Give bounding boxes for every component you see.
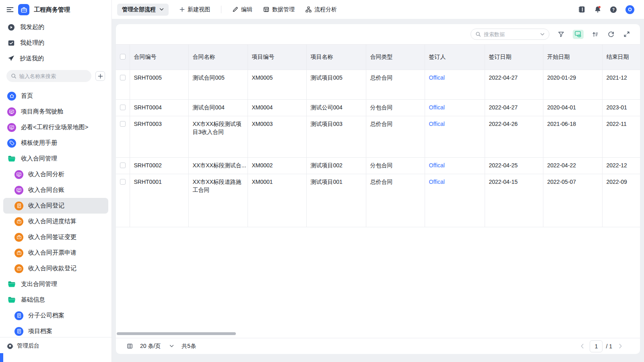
select-all-checkbox[interactable] — [120, 54, 126, 60]
flow-selector-button[interactable]: 管理全部流程 — [117, 4, 169, 16]
filter-icon[interactable] — [557, 30, 565, 39]
chevron-down-icon[interactable] — [169, 345, 174, 348]
topbar-action-4[interactable]: 流程分析 — [305, 6, 337, 13]
signer-link[interactable]: Offical — [429, 104, 445, 111]
dashboard-icon — [7, 123, 16, 132]
sidebar-quick-item[interactable]: 我发起的 — [0, 19, 111, 35]
add-app-button[interactable] — [95, 71, 105, 81]
dashboard-icon — [14, 170, 23, 179]
cell-project-no: XM0003 — [248, 116, 306, 158]
fullscreen-icon[interactable] — [623, 30, 631, 39]
play-icon — [8, 24, 15, 31]
bottom-left-accent — [0, 353, 3, 362]
cell-project-name: 测试项目003 — [306, 116, 366, 158]
sidebar-item[interactable]: 首页 — [3, 88, 108, 104]
search-icon — [475, 31, 481, 37]
cell-start-date: 2022-05-07 — [543, 174, 602, 227]
sidebar-item[interactable]: 分子公司档案 — [3, 308, 108, 323]
gear-icon — [7, 343, 13, 349]
row-checkbox[interactable] — [120, 179, 126, 185]
sidebar-item[interactable]: 支出合同管理 — [3, 276, 108, 292]
horizontal-scrollbar[interactable] — [117, 332, 236, 335]
current-page-input[interactable]: 1 — [590, 340, 603, 352]
admin-backend-button[interactable]: 管理后台 — [0, 337, 111, 354]
cell-contract-no: SRHT0004 — [130, 100, 188, 116]
column-header-start-date[interactable]: 开始日期 — [543, 45, 602, 70]
sidebar-item-label: 收入合同收款登记 — [28, 265, 76, 272]
sidebar-header: 工程商务管理 — [0, 0, 111, 19]
sidebar-quick-item[interactable]: 我处理的 — [0, 35, 111, 51]
cell-end-date: 2022-09 — [602, 174, 640, 227]
column-header-contract-no[interactable]: 合同编号 — [130, 45, 188, 70]
cell-sign-date: 2022-04-15 — [485, 174, 543, 227]
sidebar-item[interactable]: 收入合同登记 — [3, 198, 108, 214]
sidebar-item[interactable]: 收入合同分析 — [3, 167, 108, 182]
column-header-contract-name[interactable]: 合同名称 — [188, 45, 248, 70]
cell-contract-type: 分包合同 — [366, 158, 425, 174]
page-size-selector[interactable]: 20 条/页 — [140, 343, 161, 350]
cell-project-name: 测试公司004 — [306, 100, 366, 116]
sidebar-item[interactable]: 收入合同签证变更 — [3, 229, 108, 245]
column-header-project-name[interactable]: 项目名称 — [306, 45, 366, 70]
sidebar-item[interactable]: 模板使用手册 — [3, 135, 108, 151]
table-search-input[interactable] — [484, 31, 537, 37]
row-select-cell — [116, 70, 130, 100]
sidebar-item[interactable]: 收入合同开票申请 — [3, 245, 108, 261]
refresh-icon[interactable] — [607, 30, 615, 39]
next-page-button[interactable] — [619, 343, 622, 349]
row-checkbox[interactable] — [120, 121, 126, 127]
signer-link[interactable]: Offical — [429, 121, 445, 127]
signer-link[interactable]: Offical — [429, 179, 445, 185]
cell-sign-date: 2022-04-26 — [485, 116, 543, 158]
topbar-action-label: 新建视图 — [188, 6, 210, 13]
cell-contract-name: XX市XX标段道路施工合同 — [188, 174, 248, 227]
sidebar: 工程商务管理 我发起的我处理的抄送我的 首页项目商务驾驶舱必看<工程行业场景地图… — [0, 0, 112, 362]
select-all-cell — [116, 45, 130, 70]
row-checkbox[interactable] — [120, 75, 126, 80]
bell-icon[interactable] — [594, 6, 601, 13]
admin-backend-label: 管理后台 — [17, 342, 39, 350]
row-checkbox[interactable] — [120, 105, 126, 110]
sidebar-item-label: 项目档案 — [28, 327, 52, 335]
column-header-signer[interactable]: 签订人 — [425, 45, 485, 70]
table-row: SRHT0003XX市XX标段测试项目3收入合同XM0003测试项目003总价合… — [116, 116, 640, 158]
page-indicator: / 1 — [606, 343, 612, 350]
sidebar-quick-item[interactable]: 抄送我的 — [0, 51, 111, 66]
topbar-action-3[interactable]: 数据管理 — [263, 6, 295, 13]
table-search-box[interactable] — [471, 29, 549, 40]
sidebar-search-row — [0, 66, 111, 86]
sidebar-item[interactable]: 收入合同管理 — [3, 151, 108, 167]
svg-text:?: ? — [612, 7, 615, 12]
topbar-action-1[interactable]: 新建视图 — [180, 6, 210, 13]
topbar-action-2[interactable]: 编辑 — [232, 6, 252, 13]
column-header-sign-date[interactable]: 签订日期 — [485, 45, 543, 70]
user-avatar[interactable]: O — [625, 5, 634, 14]
prev-page-button[interactable] — [580, 343, 584, 349]
sidebar-item[interactable]: 收入合同台账 — [3, 182, 108, 198]
sidebar-item-label: 收入合同登记 — [28, 202, 64, 210]
cell-sign-date: 2022-04-25 — [485, 158, 543, 174]
column-header-end-date[interactable]: 结束日期 — [602, 45, 640, 70]
topbar-actions: 新建视图编辑数据管理流程分析 — [169, 6, 337, 13]
column-header-contract-type[interactable]: 合同类型 — [366, 45, 425, 70]
help-icon[interactable]: ? — [610, 6, 617, 13]
sidebar-item[interactable]: 收入合同进度结算 — [3, 214, 108, 229]
sidebar-search-box[interactable] — [6, 70, 91, 82]
cell-contract-name: XX市XX标段测试项目3收入合同 — [188, 116, 248, 158]
search-icon — [11, 73, 17, 79]
view-mode-icon[interactable] — [573, 30, 584, 39]
sidebar-item[interactable]: 基础信息 — [3, 292, 108, 308]
menu-fold-icon[interactable] — [6, 6, 14, 13]
column-header-project-no[interactable]: 项目编号 — [248, 45, 306, 70]
row-height-icon[interactable] — [591, 30, 599, 39]
signer-link[interactable]: Offical — [429, 74, 445, 81]
sidebar-item[interactable]: 项目商务驾驶舱 — [3, 104, 108, 119]
row-checkbox[interactable] — [120, 162, 126, 168]
sidebar-item[interactable]: 必看<工程行业场景地图> — [3, 119, 108, 135]
signer-link[interactable]: Offical — [429, 162, 445, 169]
cell-project-no: XM0005 — [248, 70, 306, 100]
sidebar-search-input[interactable] — [19, 73, 87, 79]
sidebar-item[interactable]: 收入合同收款登记 — [3, 261, 108, 276]
journal-icon[interactable] — [578, 6, 586, 13]
task-icon — [8, 39, 15, 47]
